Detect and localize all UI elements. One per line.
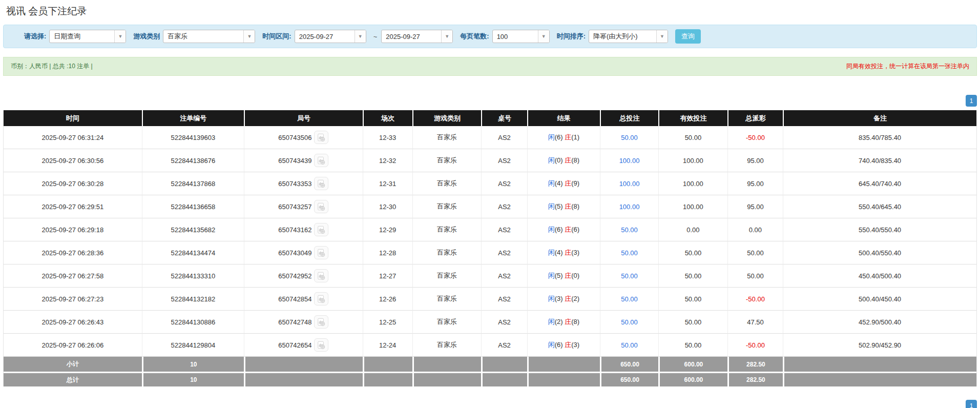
- round-number: 650743257: [278, 203, 311, 211]
- date-to-picker[interactable]: ▼: [381, 30, 453, 43]
- remark-cell: 452.90/500.40: [783, 311, 976, 334]
- payout-cell: 95.00: [727, 172, 783, 195]
- game-category-select[interactable]: ▼: [163, 30, 255, 43]
- bet-number-cell: 522844138676: [142, 149, 244, 172]
- grand-total-row-result-cell: [527, 372, 600, 386]
- total-bet-link[interactable]: 50.00: [621, 249, 638, 257]
- page-title: 视讯 会员下注纪录: [6, 5, 980, 17]
- video-replay-button[interactable]: [314, 177, 328, 190]
- remark-cell: 550.40/645.40: [783, 195, 976, 218]
- sort-order-select[interactable]: ▼: [589, 30, 668, 43]
- table-number-cell: AS2: [481, 311, 527, 334]
- column-header-4: 场次: [363, 110, 412, 126]
- video-icon: [317, 133, 326, 142]
- video-replay-button[interactable]: [314, 292, 328, 305]
- video-icon: [317, 341, 326, 350]
- table-row: 2025-09-27 06:31:24522844139603650743506…: [4, 126, 976, 149]
- table-number-cell: AS2: [481, 149, 527, 172]
- grand-total-row-count-cell: 10: [142, 372, 244, 386]
- time-range-label: 时间区间:: [262, 32, 291, 41]
- total-bet-link[interactable]: 50.00: [621, 341, 638, 349]
- dropdown-arrow-icon[interactable]: ▼: [243, 30, 255, 43]
- result-player-label: 闲: [548, 249, 555, 256]
- date-to-value[interactable]: [382, 30, 441, 43]
- total-bet-link[interactable]: 50.00: [621, 272, 638, 280]
- result-player-label: 闲: [548, 156, 555, 164]
- page-1-button[interactable]: 1: [966, 95, 977, 107]
- remark-cell: 450.40/500.40: [783, 264, 976, 288]
- dropdown-arrow-icon[interactable]: ▼: [355, 30, 366, 43]
- date-from-picker[interactable]: ▼: [295, 30, 366, 43]
- video-replay-button[interactable]: [314, 154, 328, 167]
- game-type-cell: 百家乐: [412, 172, 482, 195]
- game-category-value[interactable]: [163, 30, 243, 43]
- subtotal-row-total-bet-cell: 650.00: [600, 357, 658, 372]
- round-number: 650743439: [278, 157, 311, 165]
- round-number-cell: 650743049: [244, 241, 363, 264]
- video-replay-button[interactable]: [314, 131, 328, 144]
- column-header-9: 有效投注: [658, 110, 727, 126]
- sort-order-value[interactable]: [589, 30, 656, 43]
- table-number-cell: AS2: [481, 195, 527, 218]
- session-cell: 12-31: [363, 172, 412, 195]
- dropdown-arrow-icon[interactable]: ▼: [114, 30, 126, 43]
- query-mode-value[interactable]: [50, 30, 114, 43]
- date-from-value[interactable]: [295, 30, 355, 43]
- table-row: 2025-09-27 06:27:58522844133310650742952…: [4, 264, 976, 288]
- round-number-cell: 650743353: [244, 172, 363, 195]
- subtotal-row-session-cell: [363, 357, 412, 372]
- page-size-value[interactable]: [493, 30, 538, 43]
- payout-cell: 47.50: [727, 311, 783, 334]
- table-header-row: 时间注单编号局号场次游戏类别桌号结果总投注有效投注总派彩备注: [4, 110, 976, 126]
- total-bet-cell: 100.00: [600, 149, 658, 172]
- video-icon: [317, 318, 326, 327]
- query-mode-select[interactable]: ▼: [49, 30, 126, 43]
- total-bet-link[interactable]: 50.00: [621, 318, 638, 326]
- result-player-label: 闲: [548, 202, 555, 210]
- round-number: 650742854: [278, 295, 311, 303]
- video-replay-button[interactable]: [314, 223, 328, 236]
- total-bet-link[interactable]: 50.00: [621, 134, 638, 141]
- video-replay-button[interactable]: [314, 200, 328, 213]
- table-number-cell: AS2: [481, 218, 527, 241]
- search-button[interactable]: 查询: [675, 29, 701, 44]
- dropdown-arrow-icon[interactable]: ▼: [656, 30, 668, 43]
- total-bet-link[interactable]: 100.00: [619, 180, 640, 188]
- total-bet-cell: 100.00: [600, 172, 658, 195]
- currency-total-text: 币别：人民币 | 总共 :10 注单 |: [11, 62, 93, 71]
- total-bet-link[interactable]: 100.00: [619, 203, 640, 211]
- column-header-3: 局号: [244, 110, 363, 126]
- payout-cell: -50.00: [727, 334, 783, 357]
- result-cell: 闲(3) 庄(2): [527, 288, 600, 311]
- payout-cell: 0.00: [727, 218, 783, 241]
- session-cell: 12-27: [363, 264, 412, 288]
- result-cell: 闲(4) 庄(9): [527, 172, 600, 195]
- valid-bet-cell: 100.00: [658, 149, 727, 172]
- video-replay-button[interactable]: [314, 269, 328, 282]
- video-replay-button[interactable]: [314, 246, 328, 259]
- page-size-select[interactable]: ▼: [492, 30, 550, 43]
- payout-cell: 50.00: [727, 264, 783, 288]
- column-header-2: 注单编号: [142, 110, 244, 126]
- dropdown-arrow-icon[interactable]: ▼: [538, 30, 549, 43]
- game-type-cell: 百家乐: [412, 195, 482, 218]
- filter-bar: 请选择: ▼ 游戏类别 ▼ 时间区间: ▼ ~ ▼ 每页笔数: ▼ 时间排序:: [3, 25, 977, 48]
- time-cell: 2025-09-27 06:29:18: [4, 218, 142, 241]
- result-banker-score: (9): [571, 179, 579, 187]
- total-bet-link[interactable]: 50.00: [621, 295, 638, 303]
- dropdown-arrow-icon[interactable]: ▼: [441, 30, 452, 43]
- result-player-score: (3): [555, 295, 563, 302]
- time-cell: 2025-09-27 06:27:23: [4, 288, 142, 311]
- video-replay-button[interactable]: [314, 338, 328, 352]
- total-bet-link[interactable]: 50.00: [621, 226, 638, 234]
- game-type-cell: 百家乐: [412, 218, 482, 241]
- round-number: 650743506: [278, 134, 311, 141]
- payout-cell: -50.00: [727, 288, 783, 311]
- round-number-cell: 650743162: [244, 218, 363, 241]
- page-1-button[interactable]: 1: [966, 400, 977, 408]
- round-number: 650742748: [278, 318, 311, 326]
- total-bet-link[interactable]: 100.00: [619, 157, 640, 165]
- video-replay-button[interactable]: [314, 315, 328, 329]
- session-cell: 12-30: [363, 195, 412, 218]
- valid-bet-cell: 50.00: [658, 264, 727, 288]
